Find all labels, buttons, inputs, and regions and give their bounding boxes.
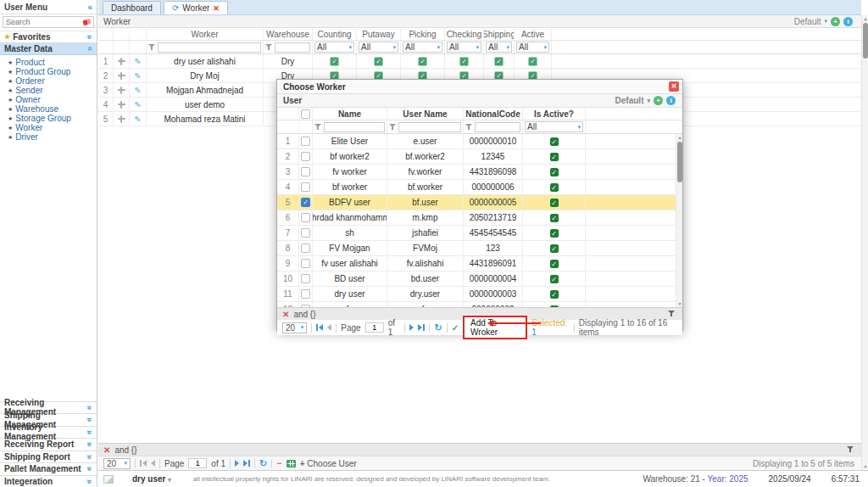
username-filter-input[interactable] bbox=[398, 122, 461, 132]
page-size-select[interactable]: 20▾ bbox=[282, 322, 307, 333]
filter-icon[interactable] bbox=[465, 124, 473, 131]
sidebar-item-inventory-management[interactable]: Inventory Management» bbox=[0, 426, 97, 439]
collapse-sidebar-icon[interactable]: « bbox=[87, 3, 92, 12]
row-checkbox[interactable] bbox=[301, 259, 310, 268]
dialog-title-bar[interactable]: Choose Worker ✕ bbox=[277, 80, 682, 94]
row-checkbox[interactable] bbox=[301, 228, 310, 238]
scroll-up-icon[interactable]: ▲ bbox=[862, 16, 868, 21]
putaway-checkbox[interactable] bbox=[374, 57, 383, 66]
checking-checkbox[interactable] bbox=[459, 57, 469, 66]
table-row-selected[interactable]: 5 BDFV user bf.user 0000000005 bbox=[277, 195, 682, 210]
active-checkbox[interactable] bbox=[550, 244, 559, 253]
next-page-button[interactable] bbox=[235, 460, 239, 467]
column-header-nationalcode[interactable]: NationalCode bbox=[464, 108, 523, 120]
edit-icon[interactable]: ✎ bbox=[134, 86, 141, 95]
sidebar-item-owner[interactable]: ★Owner bbox=[0, 95, 97, 104]
row-checkbox[interactable] bbox=[301, 137, 310, 146]
sidebar-item-shipping-report[interactable]: Shipping Report» bbox=[0, 451, 97, 463]
table-row[interactable]: 3 fv worker fv.worker 4431896098 bbox=[277, 165, 682, 180]
filter-icon[interactable] bbox=[668, 311, 676, 317]
sidebar-item-storage-group[interactable]: ★Storage Group bbox=[0, 114, 97, 123]
vertical-scrollbar[interactable]: ▲ ▼ bbox=[676, 134, 682, 307]
prev-page-button[interactable] bbox=[151, 460, 155, 467]
table-row[interactable]: 10 BD user bd.user 0000000004 bbox=[277, 271, 682, 287]
nationalcode-filter-input[interactable] bbox=[475, 122, 520, 132]
sidebar-item-integeration[interactable]: Integeration» bbox=[0, 475, 97, 487]
search-input[interactable] bbox=[3, 16, 94, 28]
active-checkbox[interactable] bbox=[550, 260, 559, 268]
view-selector[interactable]: Default bbox=[794, 17, 821, 26]
putaway-filter-select[interactable]: All▾ bbox=[359, 42, 398, 53]
edit-icon[interactable]: ✎ bbox=[134, 57, 141, 66]
last-page-button[interactable] bbox=[243, 460, 250, 467]
info-button[interactable]: i bbox=[843, 17, 853, 26]
column-header-name[interactable]: Name bbox=[313, 108, 387, 120]
refresh-icon[interactable]: ↻ bbox=[434, 322, 442, 333]
choose-user-button[interactable]: + Choose User bbox=[300, 459, 357, 468]
table-row[interactable]: 9 fv user alishahi fv.alishahi 443189609… bbox=[277, 256, 682, 271]
picking-checkbox[interactable] bbox=[418, 57, 427, 66]
first-page-button[interactable] bbox=[140, 460, 147, 467]
refresh-icon[interactable]: ↻ bbox=[259, 458, 267, 469]
filter-icon[interactable] bbox=[847, 446, 854, 453]
remove-icon[interactable]: − bbox=[276, 458, 281, 468]
table-row[interactable]: 1 ✎ dry user alishahi Dry bbox=[98, 54, 861, 69]
filter-icon[interactable] bbox=[265, 44, 273, 51]
column-header-is-active[interactable]: Is Active? bbox=[523, 108, 586, 120]
settings-icon[interactable] bbox=[118, 101, 125, 109]
checking-filter-select[interactable]: All▾ bbox=[447, 42, 481, 53]
add-to-worker-button[interactable]: Add To Wroker bbox=[463, 316, 527, 339]
shipping-filter-select[interactable]: All▾ bbox=[486, 42, 512, 53]
is-active-filter-select[interactable]: All▾ bbox=[525, 121, 583, 132]
column-header-worker[interactable]: Worker bbox=[147, 28, 264, 40]
active-filter-select[interactable]: All▾ bbox=[516, 42, 549, 53]
sidebar-item-warehouse[interactable]: ★Warehouse bbox=[0, 104, 97, 114]
row-checkbox[interactable] bbox=[301, 167, 310, 176]
table-row[interactable]: 2 bf worker2 bf.worker2 12345 bbox=[277, 149, 682, 165]
settings-icon[interactable] bbox=[118, 87, 125, 94]
clear-filter-icon[interactable]: ✕ bbox=[282, 310, 289, 319]
filter-icon[interactable] bbox=[148, 44, 156, 51]
table-row[interactable]: 8 FV Mojgan FVMoj 123 bbox=[277, 241, 682, 256]
active-checkbox[interactable] bbox=[550, 305, 559, 308]
settings-icon[interactable] bbox=[118, 115, 125, 123]
table-row[interactable]: 4 bf worker bf.worker 000000006 bbox=[277, 180, 682, 195]
add-view-button[interactable]: + bbox=[831, 17, 840, 26]
info-button[interactable]: i bbox=[666, 96, 676, 105]
column-header-shipping[interactable]: Shipping bbox=[484, 28, 515, 40]
active-checkbox[interactable] bbox=[550, 199, 559, 207]
column-header-active[interactable]: Active bbox=[515, 28, 552, 40]
sidebar-item-driver[interactable]: ★Driver bbox=[0, 132, 97, 142]
settings-icon[interactable] bbox=[118, 58, 125, 65]
page-number-input[interactable] bbox=[188, 458, 207, 468]
scroll-down-icon[interactable]: ▼ bbox=[862, 464, 868, 469]
sidebar-item-sender[interactable]: ★Sender bbox=[0, 86, 97, 95]
row-checkbox[interactable] bbox=[301, 213, 310, 222]
current-user-menu[interactable]: dry user ▾ bbox=[132, 474, 171, 484]
table-row[interactable]: 1 Elite User e.user 0000000010 bbox=[277, 134, 682, 149]
sidebar-item-orderer[interactable]: ★Orderer bbox=[0, 76, 97, 86]
column-header-checking[interactable]: Checking bbox=[445, 28, 484, 40]
table-row[interactable]: 11 dry user dry.user 0000000003 bbox=[277, 287, 682, 302]
row-checkbox[interactable] bbox=[301, 274, 310, 283]
active-checkbox[interactable] bbox=[528, 57, 537, 66]
row-checkbox[interactable] bbox=[301, 289, 310, 299]
row-checkbox[interactable] bbox=[301, 182, 310, 192]
worker-filter-input[interactable] bbox=[158, 42, 261, 53]
row-checkbox[interactable] bbox=[301, 305, 310, 307]
active-checkbox[interactable] bbox=[550, 183, 559, 192]
table-row[interactable]: 7 sh jshafiei 4545454545 bbox=[277, 226, 682, 241]
next-page-button[interactable] bbox=[409, 324, 414, 331]
view-selector[interactable]: Default bbox=[615, 96, 644, 105]
counting-checkbox[interactable] bbox=[330, 57, 339, 66]
row-checkbox[interactable] bbox=[301, 244, 310, 253]
active-checkbox[interactable] bbox=[550, 153, 559, 161]
active-checkbox[interactable] bbox=[550, 137, 559, 146]
active-checkbox[interactable] bbox=[550, 229, 559, 238]
close-tab-icon[interactable]: ✕ bbox=[213, 4, 220, 13]
select-all-checkbox[interactable] bbox=[301, 109, 310, 119]
clear-filter-icon[interactable]: ✕ bbox=[103, 445, 110, 455]
name-filter-input[interactable] bbox=[324, 122, 385, 132]
edit-icon[interactable]: ✎ bbox=[134, 100, 141, 109]
grid-view-icon[interactable] bbox=[287, 460, 296, 467]
